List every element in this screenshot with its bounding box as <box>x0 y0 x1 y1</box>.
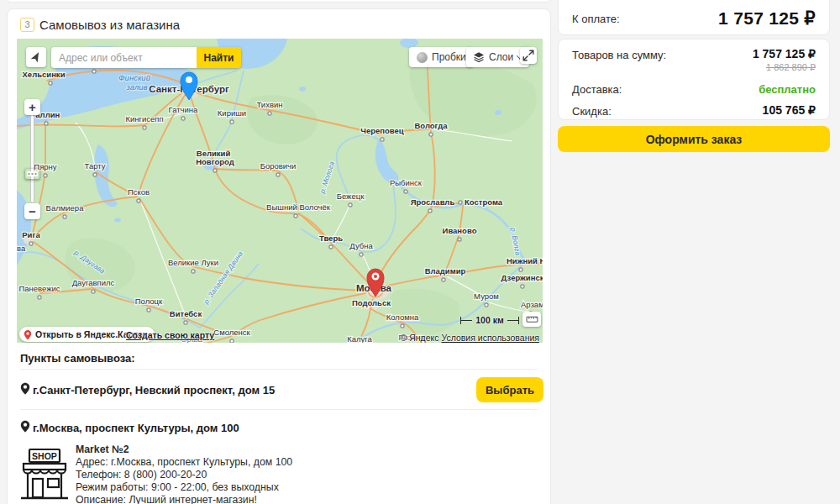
terms-of-use-link[interactable]: Условия использования <box>441 333 539 343</box>
step-number-badge: 3 <box>20 18 34 32</box>
map-label: Тверь <box>319 234 343 243</box>
map-label: Даугавпилс <box>72 278 115 287</box>
map-label: Тарту <box>85 161 106 171</box>
city-dot <box>401 324 404 328</box>
red-pin-icon <box>24 329 32 340</box>
map-label: Великие Луки <box>168 258 218 267</box>
checkout-button[interactable]: Оформить заказ <box>558 126 830 152</box>
order-total-card: К оплате: 1 757 125 ₽ <box>558 0 830 35</box>
items-sum-value: 1 757 125 ₽ <box>753 47 816 60</box>
delivery-label: Доставка: <box>572 83 622 96</box>
geolocate-button[interactable] <box>26 47 46 67</box>
map-label: р. Молога <box>318 160 336 196</box>
layers-icon <box>473 51 485 63</box>
shop-details: Market №2 Адрес: г.Москва, проспект Куль… <box>76 444 292 504</box>
shop-description: Описание: Лучший интернет-магазин! <box>76 494 292 504</box>
map-label: Бежецк <box>337 192 365 201</box>
shop-phone: Телефон: 8 (800) 200-20-20 <box>76 469 292 481</box>
map-label: залив <box>125 82 147 92</box>
map-label: Гатчина <box>169 105 199 114</box>
city-dot <box>29 242 33 245</box>
map-label: Нижний Новгород <box>507 256 543 265</box>
zoom-slider-track[interactable] <box>30 115 34 203</box>
map-label: Вологда <box>414 121 448 130</box>
items-sum-label: Товаров на сумму: <box>572 49 666 61</box>
city-dot <box>49 81 52 85</box>
map-label: Валмиера <box>46 203 85 213</box>
previous-section-card-edge <box>7 0 551 3</box>
map-label: Паневежис <box>18 284 60 293</box>
map-label: Коломна <box>386 312 419 322</box>
map-minor-roads <box>76 114 533 314</box>
map-label: Калуга <box>347 334 372 343</box>
map-label: Подольск <box>352 298 391 307</box>
map-label: Кострома <box>465 197 503 207</box>
zoom-out-button[interactable]: − <box>24 203 40 219</box>
city-dot <box>404 190 407 193</box>
location-pin-icon <box>20 420 30 433</box>
fullscreen-button[interactable] <box>520 47 537 64</box>
city-dot <box>442 278 445 281</box>
order-details-card: Товаров на сумму: 1 757 125 ₽ 1 862 890 … <box>558 39 830 120</box>
yandex-map[interactable]: ХельсинкиКоткаФинскийзаливСанкт-Петербур… <box>17 39 543 343</box>
city-dot <box>137 199 140 202</box>
traffic-button[interactable]: Пробки <box>409 47 474 67</box>
city-dot <box>381 138 384 141</box>
copyright-label: © Яндекс <box>401 333 439 343</box>
city-dot <box>38 296 41 299</box>
ruler-button[interactable] <box>522 312 541 327</box>
items-old-price: 1 862 890 ₽ <box>766 62 816 73</box>
city-dot <box>63 215 66 218</box>
city-dot <box>192 270 195 273</box>
city-dot <box>459 201 462 204</box>
divider <box>20 409 538 410</box>
traffic-icon <box>417 52 428 63</box>
map-search-bar: Найти <box>51 47 241 68</box>
divider <box>20 369 538 370</box>
create-own-map-link[interactable]: Создать свою карту <box>126 330 214 340</box>
pickup-address-moscow: г.Москва, проспект Культуры, дом 100 <box>33 422 239 434</box>
city-dot <box>521 285 524 288</box>
location-pin-icon <box>20 382 30 395</box>
map-label: Рыбинск <box>390 178 423 187</box>
zoom-in-button[interactable]: + <box>24 99 40 115</box>
map-label: Череповец <box>360 126 404 135</box>
pickup-section-card: 3 Самовывоз из магазина <box>7 8 551 504</box>
map-label: Кингисепп <box>125 114 163 123</box>
city-dot <box>184 321 187 324</box>
section-title: Самовывоз из магазина <box>39 18 180 32</box>
map-canvas: ХельсинкиКоткаФинскийзаливСанкт-Петербур… <box>17 39 543 343</box>
map-label: Витебск <box>170 309 202 318</box>
map-label: р. Волга <box>509 226 522 256</box>
city-dot <box>92 70 96 73</box>
zoom-slider-handle[interactable] <box>24 168 40 180</box>
total-value: 1 757 125 ₽ <box>718 8 816 29</box>
map-label: Хельсинки <box>23 70 66 79</box>
traffic-label: Пробки <box>432 51 466 63</box>
city-dot <box>429 133 433 136</box>
city-dot <box>93 173 97 176</box>
city-dot <box>294 214 297 218</box>
discount-value: 105 765 ₽ <box>763 103 816 117</box>
map-label: Арзамас <box>521 300 543 309</box>
map-label: Псков <box>128 187 150 197</box>
map-label: Финский <box>118 73 151 82</box>
delivery-value: бесплатно <box>759 83 816 96</box>
map-label: Полоцк <box>135 297 163 306</box>
map-label: Владимир <box>425 266 466 276</box>
search-input[interactable] <box>51 47 197 68</box>
city-dot <box>428 209 432 213</box>
map-label: Дзержинск <box>501 273 543 282</box>
map-label: Смоленск <box>213 328 250 337</box>
discount-label: Скидка: <box>572 105 612 118</box>
city-dot <box>45 122 48 125</box>
map-label: Иваново <box>443 226 477 235</box>
total-label: К оплате: <box>572 13 620 25</box>
choose-pickup-button[interactable]: Выбрать <box>476 377 543 402</box>
city-dot <box>92 290 95 293</box>
city-dot <box>181 117 185 120</box>
map-label: Елгава <box>17 244 26 253</box>
map-label: Боровичи <box>260 161 297 171</box>
find-button[interactable]: Найти <box>197 47 241 68</box>
city-dot <box>268 112 271 115</box>
